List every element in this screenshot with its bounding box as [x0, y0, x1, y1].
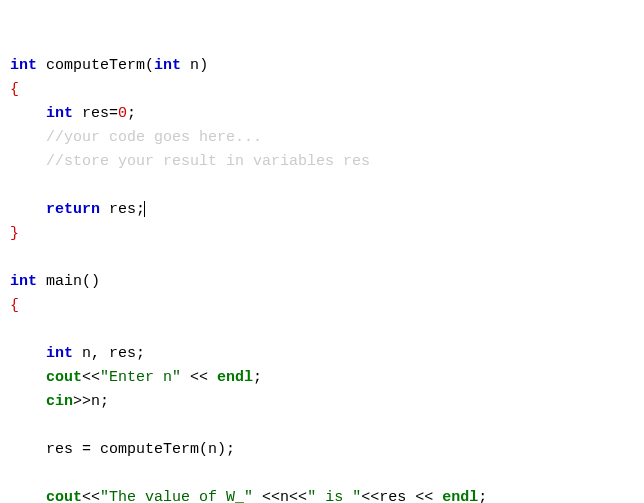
semicolon: ; — [127, 105, 136, 122]
text-cursor — [144, 201, 145, 217]
func-name: main — [46, 273, 82, 290]
vars: n, res — [82, 345, 136, 362]
semicolon: ; — [226, 441, 235, 458]
paren-close: ) — [199, 57, 208, 74]
op: << — [289, 489, 307, 503]
semicolon: ; — [136, 345, 145, 362]
var: res — [379, 489, 406, 503]
comment: //your code goes here... — [46, 129, 262, 146]
func-name: computeTerm — [46, 57, 145, 74]
string: "Enter n" — [100, 369, 181, 386]
op: << — [361, 489, 379, 503]
brace-close: } — [10, 225, 19, 242]
var: res — [109, 201, 136, 218]
brace-open: { — [10, 81, 19, 98]
keyword-int: int — [46, 345, 73, 362]
semicolon: ; — [253, 369, 262, 386]
code-block: int computeTerm(int n) { int res=0; //yo… — [10, 54, 634, 503]
keyword-int: int — [46, 105, 73, 122]
keyword-return: return — [46, 201, 100, 218]
var: res — [82, 105, 109, 122]
parens: () — [82, 273, 100, 290]
endl: endl — [217, 369, 253, 386]
semicolon: ; — [100, 393, 109, 410]
eq: = — [109, 105, 118, 122]
cout: cout — [46, 369, 82, 386]
cout: cout — [46, 489, 82, 503]
endl: endl — [442, 489, 478, 503]
keyword-int: int — [154, 57, 181, 74]
op: << — [82, 369, 100, 386]
op: << — [253, 489, 280, 503]
brace-open: { — [10, 297, 19, 314]
var: n — [280, 489, 289, 503]
cin: cin — [46, 393, 73, 410]
assign-expr: res = computeTerm(n) — [46, 441, 226, 458]
string: "The value of W_" — [100, 489, 253, 503]
op: << — [406, 489, 442, 503]
var: n — [91, 393, 100, 410]
keyword-int: int — [10, 57, 37, 74]
op: << — [82, 489, 100, 503]
comment: //store your result in variables res — [46, 153, 370, 170]
semicolon: ; — [478, 489, 487, 503]
op: >> — [73, 393, 91, 410]
op: << — [181, 369, 217, 386]
param: n — [190, 57, 199, 74]
keyword-int: int — [10, 273, 37, 290]
number: 0 — [118, 105, 127, 122]
string: " is " — [307, 489, 361, 503]
paren-open: ( — [145, 57, 154, 74]
